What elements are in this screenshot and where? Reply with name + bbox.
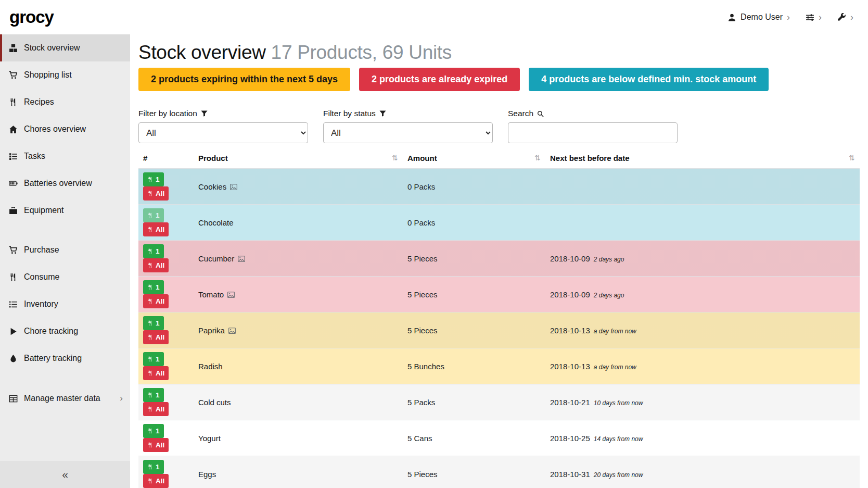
consume-all-button[interactable]: All <box>143 330 169 344</box>
product-name[interactable]: Tomato <box>198 290 224 299</box>
consume-all-button[interactable]: All <box>143 474 169 488</box>
sidebar-item-chores-overview[interactable]: Chores overview <box>0 116 130 143</box>
sidebar-nav: Stock overviewShopping listRecipesChores… <box>0 34 130 412</box>
sidebar-item-stock-overview[interactable]: Stock overview <box>0 34 130 61</box>
product-name[interactable]: Cookies <box>198 182 226 191</box>
actions-cell: 1All <box>138 456 194 488</box>
consume-one-label: 1 <box>156 247 160 255</box>
column-header-amount[interactable]: Amount⇅ <box>403 147 545 169</box>
user-menu[interactable]: Demo User › <box>727 12 790 22</box>
sidebar-item-chore-tracking[interactable]: Chore tracking <box>0 318 130 345</box>
bbd-date: 2018-10-13 <box>550 326 590 335</box>
consume-all-button[interactable]: All <box>143 366 169 380</box>
consume-all-label: All <box>156 333 164 341</box>
utensils-icon <box>147 227 153 232</box>
product-name[interactable]: Paprika <box>198 326 225 335</box>
location-filter-select[interactable]: All <box>138 122 308 143</box>
product-name[interactable]: Yogurt <box>198 434 221 443</box>
chevron-right-icon: › <box>787 12 790 22</box>
status-filter-select[interactable]: All <box>323 122 493 143</box>
bbd-date: 2018-10-31 <box>550 470 590 479</box>
utensils-icon <box>147 191 153 196</box>
consume-all-label: All <box>156 441 164 449</box>
utensils-icon <box>147 248 153 254</box>
app-logo[interactable]: grocy <box>9 7 54 27</box>
page-title-text: Stock overview <box>138 42 266 63</box>
bbd-cell: 2018-10-2514 days from now <box>545 420 860 456</box>
table-row: 1AllTomato5 Pieces2018-10-092 days ago <box>138 277 860 312</box>
bbd-date: 2018-10-25 <box>550 434 590 443</box>
sidebar-collapse-button[interactable]: « <box>0 461 130 488</box>
sidebar-item-label: Chore tracking <box>24 327 78 336</box>
consume-one-button[interactable]: 1 <box>143 208 164 222</box>
product-cell: Eggs <box>194 456 403 488</box>
sidebar-item-purchase[interactable]: Purchase <box>0 236 130 264</box>
amount-cell: 5 Cans <box>403 420 545 456</box>
sidebar-item-label: Manage master data <box>24 394 100 403</box>
column-header-product[interactable]: Product⇅ <box>194 147 403 169</box>
alert-danger-button[interactable]: 2 products are already expired <box>359 68 520 91</box>
consume-all-button[interactable]: All <box>143 222 169 236</box>
bbd-date: 2018-10-09 <box>550 290 590 299</box>
sidebar-item-tasks[interactable]: Tasks <box>0 143 130 170</box>
status-filter-label-text: Filter by status <box>323 109 376 118</box>
table-row: 1AllChocolate0 Packs <box>138 205 860 241</box>
page-subtitle: 17 Products, 69 Units <box>271 42 452 63</box>
utensils-icon <box>147 177 153 182</box>
consume-all-button[interactable]: All <box>143 402 169 416</box>
product-name[interactable]: Eggs <box>198 470 216 479</box>
consume-one-button[interactable]: 1 <box>143 460 164 474</box>
alert-info-button[interactable]: 4 products are below defined min. stock … <box>529 68 769 91</box>
sort-icon: ⇅ <box>534 154 541 162</box>
utensils-icon <box>9 273 18 282</box>
product-name[interactable]: Radish <box>198 362 223 371</box>
image-icon <box>238 256 245 262</box>
consume-one-button[interactable]: 1 <box>143 244 164 258</box>
column-header-next-best-before-date[interactable]: Next best before date⇅ <box>545 147 860 169</box>
consume-one-button[interactable]: 1 <box>143 388 164 402</box>
utensils-icon <box>147 334 153 340</box>
sidebar-item-inventory[interactable]: Inventory <box>0 291 130 318</box>
table-row: 1AllCucumber5 Pieces2018-10-092 days ago <box>138 241 860 277</box>
column-header-index: # <box>138 147 194 169</box>
bbd-relative: 14 days from now <box>594 435 643 443</box>
settings-menu[interactable]: › <box>806 12 822 22</box>
sidebar-item-consume[interactable]: Consume <box>0 264 130 291</box>
sort-icon: ⇅ <box>392 154 398 162</box>
utensils-icon <box>147 284 153 290</box>
amount-cell: 5 Pieces <box>403 277 545 312</box>
product-name[interactable]: Cucumber <box>198 254 234 263</box>
sidebar-item-label: Consume <box>24 272 59 282</box>
amount-value: 5 Pieces <box>407 254 438 263</box>
admin-menu[interactable]: › <box>837 12 853 22</box>
consume-one-button[interactable]: 1 <box>143 424 164 438</box>
sidebar-item-batteries-overview[interactable]: Batteries overview <box>0 170 130 197</box>
location-filter-label-text: Filter by location <box>138 109 197 118</box>
consume-all-button[interactable]: All <box>143 438 169 452</box>
bbd-date: 2018-10-21 <box>550 398 590 407</box>
cart-icon <box>9 246 18 255</box>
sidebar-item-label: Stock overview <box>24 43 80 53</box>
sidebar-item-battery-tracking[interactable]: Battery tracking <box>0 345 130 372</box>
bbd-date: 2018-10-13 <box>550 362 590 371</box>
utensils-icon <box>147 406 153 412</box>
consume-all-button[interactable]: All <box>143 258 169 272</box>
sidebar-item-equipment[interactable]: Equipment <box>0 197 130 224</box>
consume-all-button[interactable]: All <box>143 294 169 308</box>
sidebar-item-shopping-list[interactable]: Shopping list <box>0 61 130 89</box>
product-name[interactable]: Chocolate <box>198 218 234 227</box>
sidebar-item-manage-master-data[interactable]: Manage master data› <box>0 384 130 412</box>
consume-one-button[interactable]: 1 <box>143 352 164 366</box>
sidebar-item-recipes[interactable]: Recipes <box>0 89 130 116</box>
consume-one-button[interactable]: 1 <box>143 172 164 186</box>
amount-value: 5 Pieces <box>407 326 438 335</box>
alert-warning-button[interactable]: 2 products expiring within the next 5 da… <box>138 68 350 91</box>
consume-all-label: All <box>156 369 164 377</box>
consume-one-button[interactable]: 1 <box>143 280 164 294</box>
search-input[interactable] <box>508 122 678 143</box>
consume-one-button[interactable]: 1 <box>143 316 164 330</box>
consume-all-button[interactable]: All <box>143 186 169 201</box>
product-cell: Tomato <box>194 277 403 312</box>
table-body: 1AllCookies0 Packs1AllChocolate0 Packs1A… <box>138 169 860 488</box>
product-name[interactable]: Cold cuts <box>198 398 231 407</box>
